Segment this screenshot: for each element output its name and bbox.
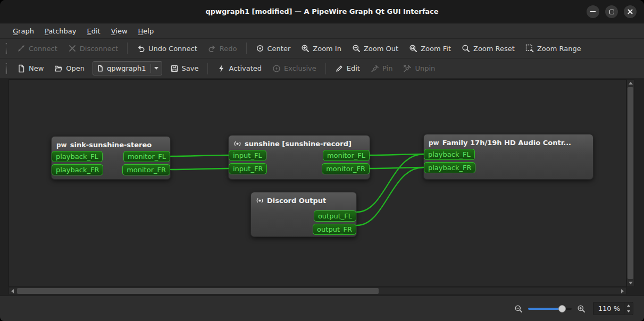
horizontal-scrollbar[interactable] xyxy=(9,287,626,295)
titlebar[interactable]: qpwgraph1 [modified] — A PipeWire Graph … xyxy=(0,0,644,23)
node-discord-output[interactable]: Discord Output output_FL output_FR xyxy=(250,192,357,237)
zoom-out-button[interactable]: Zoom Out xyxy=(347,41,403,55)
menu-edit[interactable]: Edit xyxy=(82,25,106,37)
new-file-icon xyxy=(17,64,26,73)
pin-button[interactable]: Pin xyxy=(366,62,397,75)
node-title: Family 17h/19h HD Audio Contr... xyxy=(442,139,571,147)
center-button[interactable]: Center xyxy=(251,41,296,55)
toolbar-separator xyxy=(127,43,128,54)
horizontal-scroll-thumb[interactable] xyxy=(17,288,379,294)
input-port[interactable]: input_FL xyxy=(229,150,266,161)
maximize-button[interactable] xyxy=(605,5,618,18)
activated-toggle[interactable]: Activated xyxy=(212,62,266,75)
record-icon xyxy=(256,197,264,205)
arrow-right-icon xyxy=(621,289,624,293)
toolbar-drag-handle[interactable] xyxy=(5,63,7,74)
scroll-down-button[interactable] xyxy=(627,280,634,286)
toolbar-separator xyxy=(246,43,247,54)
menu-help[interactable]: Help xyxy=(133,25,160,37)
node-title: sink-sunshine-stereo xyxy=(70,141,152,149)
close-button[interactable] xyxy=(624,5,637,18)
node-sunshine[interactable]: sunshine [sunshine-record] input_FL inpu… xyxy=(228,135,370,180)
menu-view[interactable]: View xyxy=(106,25,133,37)
connect-button[interactable]: Connect xyxy=(12,41,62,55)
edit-toggle[interactable]: Edit xyxy=(330,62,365,75)
connection-wire[interactable] xyxy=(171,168,228,170)
input-port[interactable]: playback_FL xyxy=(52,151,103,162)
unpin-button[interactable]: Unpin xyxy=(398,62,440,75)
connection-wire[interactable] xyxy=(171,155,228,156)
combo-divider xyxy=(150,64,151,73)
connection-wire[interactable] xyxy=(370,167,423,168)
pin-icon xyxy=(371,64,379,73)
horizontal-scroll-track[interactable] xyxy=(16,288,619,294)
zoom-out-icon[interactable] xyxy=(514,305,523,313)
patchbay-select[interactable]: qpwgraph1 xyxy=(93,61,162,75)
node-sink-sunshine-stereo[interactable]: pw sink-sunshine-stereo playback_FL play… xyxy=(51,136,171,180)
zoom-slider[interactable] xyxy=(528,305,572,313)
zoom-in-icon[interactable] xyxy=(577,305,586,313)
scroll-left-button[interactable] xyxy=(9,288,16,294)
zoom-reset-button[interactable]: Zoom Reset xyxy=(457,41,520,55)
output-port[interactable]: monitor_FL xyxy=(123,151,170,162)
arrow-down-icon xyxy=(629,282,633,284)
zoom-fit-icon xyxy=(409,44,417,53)
redo-button[interactable]: Redo xyxy=(203,41,242,55)
connection-wire[interactable] xyxy=(370,154,423,155)
node-header: pw Family 17h/19h HD Audio Contr... xyxy=(424,134,593,149)
graph-canvas[interactable]: pw sink-sunshine-stereo playback_FL play… xyxy=(9,79,626,287)
save-icon xyxy=(170,64,179,73)
spin-buttons xyxy=(624,302,633,315)
output-port[interactable]: monitor_FR xyxy=(122,164,170,175)
output-port[interactable]: monitor_FL xyxy=(323,150,370,161)
input-port[interactable]: input_FR xyxy=(229,163,267,174)
disconnect-button[interactable]: Disconnect xyxy=(63,41,123,55)
app-window: qpwgraph1 [modified] — A PipeWire Graph … xyxy=(0,0,644,321)
exclusive-icon xyxy=(272,64,281,73)
redo-icon xyxy=(208,44,216,53)
patchbay-select-value: qpwgraph1 xyxy=(107,64,146,72)
output-port[interactable]: output_FR xyxy=(313,224,356,235)
zoom-slider-fill xyxy=(528,308,562,310)
minimize-button[interactable] xyxy=(587,5,599,18)
undo-connect-button[interactable]: Undo Connect xyxy=(132,41,202,55)
chevron-down-icon xyxy=(154,67,158,70)
scroll-up-button[interactable] xyxy=(627,80,634,87)
zoom-slider-handle[interactable] xyxy=(558,305,566,312)
zoom-range-button[interactable]: Zoom Range xyxy=(521,41,586,55)
input-port[interactable]: playback_FL xyxy=(424,149,475,160)
zoom-fit-button[interactable]: Zoom Fit xyxy=(404,41,456,55)
output-port[interactable]: monitor_FR xyxy=(322,163,370,174)
disconnect-icon xyxy=(68,44,77,53)
center-icon xyxy=(256,44,264,53)
spin-down-button[interactable] xyxy=(624,309,633,315)
toolbar-drag-handle[interactable] xyxy=(5,43,7,54)
new-patchbay-button[interactable]: New xyxy=(12,62,48,75)
maximize-icon xyxy=(609,10,614,14)
input-port[interactable]: playback_FR xyxy=(424,162,475,173)
pipewire-icon: pw xyxy=(56,141,67,149)
scroll-right-button[interactable] xyxy=(619,288,626,294)
output-port[interactable]: output_FL xyxy=(314,210,356,222)
edit-pencil-icon xyxy=(335,64,344,73)
zoom-reset-icon xyxy=(462,44,470,53)
vertical-scroll-track[interactable] xyxy=(627,87,634,280)
node-title: sunshine [sunshine-record] xyxy=(245,140,352,148)
menu-graph[interactable]: Graph xyxy=(7,25,39,37)
statusbar: 110 % xyxy=(0,295,644,321)
input-port[interactable]: playback_FR xyxy=(52,164,103,175)
spin-up-button[interactable] xyxy=(624,302,633,309)
exclusive-toggle[interactable]: Exclusive xyxy=(267,62,321,75)
zoom-in-icon xyxy=(301,44,310,53)
vertical-scrollbar[interactable] xyxy=(626,79,634,287)
toolbar-graph: Connect Disconnect Undo Connect Redo Cen… xyxy=(0,39,644,58)
node-family-hd-audio[interactable]: pw Family 17h/19h HD Audio Contr... play… xyxy=(423,134,593,180)
zoom-in-button[interactable]: Zoom In xyxy=(296,41,346,55)
menu-patchbay[interactable]: Patchbay xyxy=(39,25,82,37)
vertical-scroll-thumb[interactable] xyxy=(628,87,633,279)
pipewire-icon: pw xyxy=(429,139,439,147)
open-patchbay-button[interactable]: Open xyxy=(49,62,89,75)
zoom-spinbox[interactable]: 110 % xyxy=(593,302,633,315)
window-controls xyxy=(587,5,637,18)
save-patchbay-button[interactable]: Save xyxy=(165,62,204,75)
